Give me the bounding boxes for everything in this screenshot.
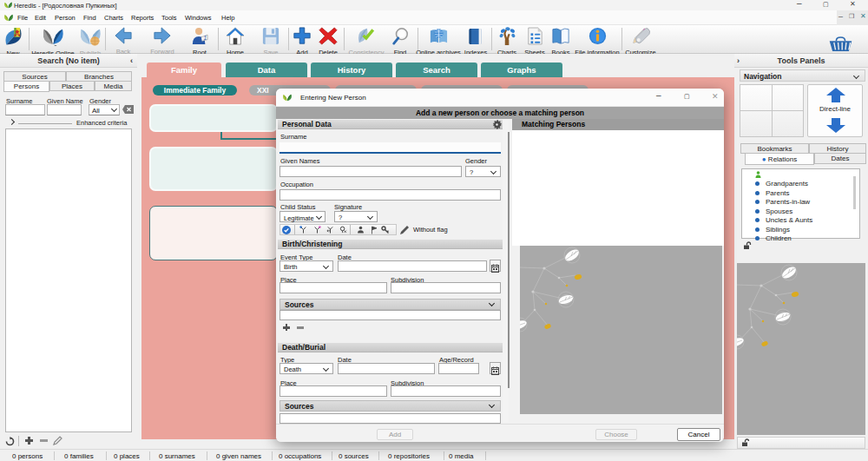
svg-text:1: 1 <box>204 35 207 41</box>
